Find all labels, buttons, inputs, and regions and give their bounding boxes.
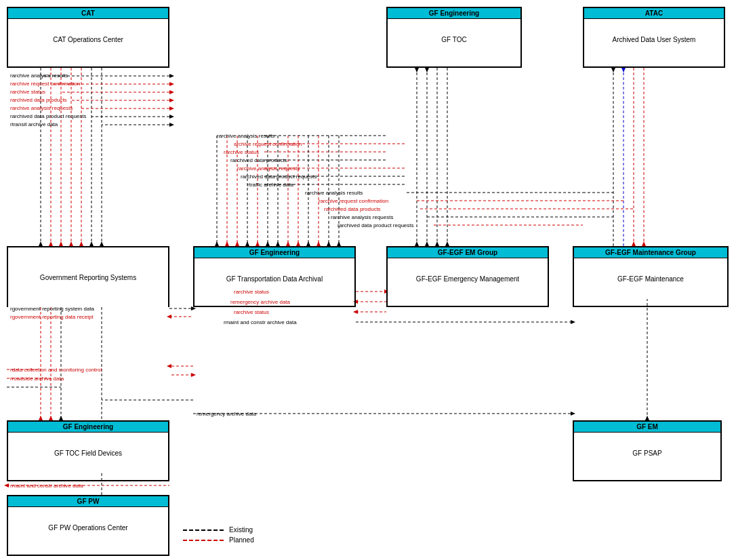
svg-marker-82 [286, 241, 290, 246]
cat-node: CAT CAT Operations Center [7, 7, 169, 68]
svg-marker-37 [425, 241, 429, 246]
svg-marker-14 [169, 74, 174, 78]
svg-marker-97 [353, 310, 358, 314]
flow-field-2: rroadside archive data [10, 376, 64, 382]
svg-marker-75 [215, 241, 219, 246]
svg-marker-35 [445, 241, 449, 246]
svg-marker-84 [306, 241, 310, 246]
svg-marker-120 [645, 416, 649, 420]
svg-marker-26 [89, 241, 94, 246]
flow-emerg-long: remergency archive data [197, 411, 256, 417]
gf-egf-em-header: GF-EGF EM Group [388, 247, 548, 258]
gf-egf-maint-header: GF-EGF Maintenance Group [574, 247, 727, 258]
svg-marker-118 [4, 483, 9, 487]
svg-marker-25 [79, 241, 83, 246]
svg-marker-91 [167, 315, 171, 319]
svg-marker-18 [169, 106, 174, 111]
flow-label-sec-2: rarchive request confirmation [319, 198, 388, 204]
svg-marker-15 [169, 82, 174, 86]
svg-marker-81 [276, 241, 280, 246]
legend-planned: Planned [183, 536, 254, 544]
svg-marker-34 [435, 241, 439, 246]
gf-pw-body: GF PW Operations Center [8, 507, 168, 548]
svg-marker-107 [49, 416, 53, 420]
atac-body: Archived Data User System [584, 19, 724, 60]
svg-marker-111 [167, 364, 171, 368]
flow-label-1: rarchive analysis results [10, 73, 68, 79]
flow-label-mid-1: rarchive analysis results [217, 133, 274, 139]
svg-marker-20 [169, 123, 174, 127]
cat-body: CAT Operations Center [8, 19, 168, 60]
flow-label-2: rarchive request confirmation [10, 81, 80, 87]
legend: Existing Planned [183, 526, 254, 546]
svg-marker-23 [59, 241, 63, 246]
gf-engineering-top-header: GF Engineering [388, 8, 520, 19]
flow-label-sec-4: rarchive analysis requests [331, 214, 393, 220]
flow-label-sec-1: rarchive analysis results [305, 190, 363, 196]
svg-marker-45 [642, 241, 646, 246]
flow-label-sec-5: rarchived data product requests [338, 222, 414, 228]
svg-marker-27 [100, 241, 104, 246]
gf-toc-field-header: GF Engineering [8, 422, 168, 433]
legend-planned-label: Planned [229, 536, 254, 544]
flow-em-3: rarchive status [234, 309, 269, 315]
flow-label-sec-3: rarchived data products [324, 206, 381, 212]
gf-psap-node: GF EM GF PSAP [573, 420, 722, 481]
gf-toc-field-body: GF TOC Field Devices [8, 433, 168, 473]
svg-marker-21 [39, 241, 43, 246]
atac-header: ATAC [584, 8, 724, 19]
flow-label-5: rarchive analysis requests [10, 105, 73, 111]
svg-marker-79 [255, 241, 260, 246]
svg-marker-16 [169, 90, 174, 94]
svg-marker-32 [415, 68, 419, 73]
svg-marker-106 [39, 416, 43, 420]
gf-engineering-top-node: GF Engineering GF TOC [386, 7, 522, 68]
svg-marker-77 [235, 241, 239, 246]
flow-label-7: rtransit archive data [10, 121, 58, 127]
svg-marker-80 [266, 241, 270, 246]
gf-toc-field-node: GF Engineering GF TOC Field Devices [7, 420, 169, 481]
gf-psap-header: GF EM [574, 422, 720, 433]
flow-pw-maint: rmaint and constr archive data [10, 483, 83, 489]
gf-archival-node: GF Engineering GF Transportation Data Ar… [193, 246, 356, 307]
gf-pw-header: GF PW [8, 496, 168, 507]
svg-marker-44 [632, 241, 636, 246]
svg-marker-78 [245, 241, 249, 246]
atac-node: ATAC Archived Data User System [583, 7, 725, 68]
gov-reporting-node: Government Reporting Systems [7, 246, 169, 307]
svg-marker-99 [571, 320, 575, 324]
legend-existing: Existing [183, 526, 254, 534]
svg-marker-24 [69, 241, 73, 246]
gov-reporting-body: Government Reporting Systems [8, 247, 168, 307]
gf-engineering-top-body: GF TOC [388, 19, 520, 60]
gf-archival-body: GF Transportation Data Archival [195, 258, 354, 299]
svg-marker-17 [169, 98, 174, 102]
flow-label-3: rarchive status [10, 89, 45, 95]
gf-archival-header: GF Engineering [195, 247, 354, 258]
gf-egf-em-node: GF-EGF EM Group GF-EGF Emergency Managem… [386, 246, 549, 307]
svg-marker-108 [59, 416, 63, 420]
svg-marker-36 [415, 241, 419, 246]
gf-egf-maint-body: GF-EGF Maintenance [574, 258, 727, 299]
flow-label-mid-4: rarchived data products [230, 157, 287, 163]
flow-gov-2: rgovernment reporting data receipt [10, 314, 94, 320]
flow-label-mid-7: rtraffic archive data [247, 182, 293, 188]
flow-maint: rmaint and constr archive data [224, 319, 297, 325]
flow-label-mid-3: rarchive status [224, 149, 259, 155]
diagram-container: CAT CAT Operations Center GF Engineering… [0, 0, 736, 560]
legend-existing-label: Existing [229, 526, 253, 534]
flow-label-mid-6: rarchived data product requests [241, 174, 317, 180]
svg-marker-85 [316, 241, 321, 246]
svg-marker-22 [49, 241, 53, 246]
gf-pw-node: GF PW GF PW Operations Center [7, 495, 169, 556]
flow-field-1: rdata collection and monitoring control [10, 367, 102, 373]
svg-marker-42 [611, 68, 615, 73]
flow-em-2: remergency archive data [230, 299, 290, 305]
flow-em-1: rarchive status [234, 289, 269, 295]
gf-egf-maint-node: GF-EGF Maintenance Group GF-EGF Maintena… [573, 246, 729, 307]
flow-label-mid-2: archive request confirmation [234, 141, 302, 147]
svg-marker-19 [169, 115, 174, 119]
flow-gov-1: rgovernment reporting system data [10, 306, 94, 312]
svg-marker-112 [191, 373, 196, 377]
svg-marker-33 [425, 68, 429, 73]
